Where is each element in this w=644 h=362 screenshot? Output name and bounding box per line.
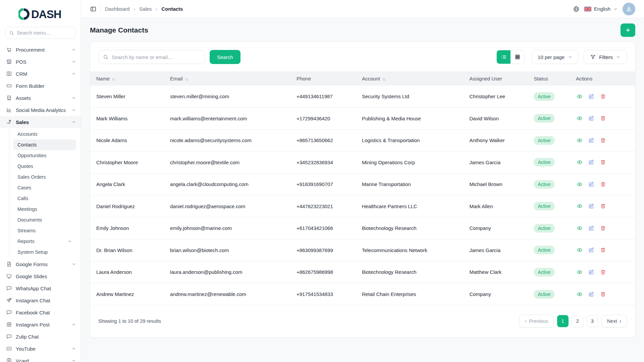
sidebar-item-sales[interactable]: Sales: [0, 116, 81, 128]
sidebar-item-vcard[interactable]: Vcard: [0, 355, 81, 362]
sidebar-item-google-forms[interactable]: Google Forms: [0, 258, 81, 270]
sidebar-item-social-media-analytics[interactable]: Social Media Analytics: [0, 104, 81, 116]
view-button[interactable]: [576, 181, 583, 188]
delete-button[interactable]: [599, 291, 607, 298]
column-header-email[interactable]: Email↑↓: [164, 71, 290, 85]
trash-icon: [600, 94, 606, 100]
status-badge: Active: [534, 224, 554, 233]
sidebar-item-meetings[interactable]: Meetings: [13, 204, 76, 215]
page-button-3[interactable]: 3: [587, 315, 598, 327]
sidebar-item-youtube[interactable]: YouTube: [0, 343, 81, 355]
contacts-table: Name↑↓ Email↑↓ Phone Account↑↓ Assigned …: [90, 71, 635, 305]
contact-search[interactable]: [98, 50, 205, 64]
sidebar-item-quotes[interactable]: Quotes: [13, 161, 76, 172]
edit-button[interactable]: [588, 225, 595, 232]
contact-search-input[interactable]: [112, 54, 201, 60]
previous-page-button[interactable]: ‹ Previous: [519, 315, 554, 327]
page-button-1[interactable]: 1: [557, 315, 569, 327]
contacts-card: Search 10 per page Filters: [90, 42, 635, 338]
edit-button[interactable]: [588, 115, 595, 122]
table-row: Nicole Adams nicole.adams@securitysystem…: [90, 129, 635, 152]
brand-logo: DASH: [0, 5, 81, 27]
page-button-2[interactable]: 2: [572, 315, 583, 327]
view-button[interactable]: [576, 225, 583, 232]
column-header-name[interactable]: Name↑↓: [90, 71, 164, 85]
delete-button[interactable]: [599, 93, 607, 100]
sidebar-toggle-icon[interactable]: [90, 6, 97, 12]
breadcrumb-sales[interactable]: Sales: [139, 6, 152, 12]
delete-button[interactable]: [599, 159, 607, 166]
sidebar-item-documents[interactable]: Documents: [13, 215, 76, 225]
edit-button[interactable]: [588, 93, 595, 100]
delete-button[interactable]: [599, 115, 607, 122]
list-view-button[interactable]: [497, 50, 511, 64]
sidebar-item-assets[interactable]: Assets: [0, 92, 81, 104]
contact-assigned-user: Anthony Walker: [463, 129, 528, 152]
sidebar-item-procurement[interactable]: Procurement: [0, 44, 81, 56]
per-page-select[interactable]: 10 per page: [532, 50, 578, 64]
sidebar-item-opportunities[interactable]: Opportunities: [13, 150, 76, 161]
sidebar-item-sales-orders[interactable]: Sales Orders: [13, 172, 76, 182]
edit-button[interactable]: [588, 137, 595, 144]
breadcrumb-dashboard[interactable]: Dashboard: [105, 6, 129, 12]
view-button[interactable]: [576, 159, 583, 166]
sidebar-item-pos[interactable]: POS: [0, 56, 81, 68]
sidebar-item-crm[interactable]: CRM: [0, 68, 81, 80]
edit-button[interactable]: [588, 202, 595, 210]
view-button[interactable]: [576, 115, 583, 122]
chevron-down-icon: [616, 55, 621, 59]
row-actions: [576, 268, 632, 276]
sidebar-item-instagram-post[interactable]: Instagram Post: [0, 318, 81, 330]
grid-view-button[interactable]: [511, 50, 524, 64]
edit-button[interactable]: [588, 268, 595, 276]
sidebar-item-calls[interactable]: Calls: [13, 193, 76, 204]
edit-button[interactable]: [588, 246, 595, 254]
view-button[interactable]: [576, 291, 583, 298]
delete-button[interactable]: [599, 246, 607, 254]
view-button[interactable]: [576, 268, 583, 276]
sidebar-search[interactable]: [5, 27, 75, 39]
sort-icon[interactable]: ↑↓: [185, 77, 188, 81]
user-avatar[interactable]: [623, 3, 635, 15]
language-selector[interactable]: English: [584, 6, 618, 12]
sort-icon[interactable]: ↑↓: [112, 77, 115, 81]
sidebar-item-google-slides[interactable]: Google Slides: [0, 270, 81, 282]
edit-button[interactable]: [588, 181, 595, 188]
sidebar-item-cases[interactable]: Cases: [13, 182, 76, 193]
sidebar-search-input[interactable]: [17, 30, 72, 36]
delete-button[interactable]: [599, 268, 607, 276]
sidebar-nav: Procurement POS CRM Form Builder Assets: [0, 44, 81, 362]
delete-button[interactable]: [599, 202, 607, 210]
view-button[interactable]: [576, 202, 583, 210]
sidebar-item-streams[interactable]: Streams: [13, 225, 76, 236]
sidebar-item-accounts[interactable]: Accounts: [13, 129, 76, 139]
sidebar-item-contacts[interactable]: Contacts: [13, 139, 76, 150]
sidebar-item-zulip-chat[interactable]: Zulip Chat: [0, 330, 81, 343]
column-header-account[interactable]: Account↑↓: [356, 71, 464, 85]
view-button[interactable]: [576, 137, 583, 144]
globe-icon[interactable]: [573, 6, 580, 12]
contact-email: christopher.moore@textile.com: [164, 152, 290, 174]
eye-icon: [577, 181, 583, 187]
sidebar-item-reports[interactable]: Reports: [13, 236, 76, 247]
sort-icon[interactable]: ↑↓: [382, 77, 385, 81]
view-button[interactable]: [576, 93, 583, 100]
delete-button[interactable]: [599, 137, 607, 144]
search-button[interactable]: Search: [210, 50, 240, 64]
sidebar-item-instagram-chat[interactable]: Instagram Chat: [0, 294, 81, 306]
row-actions: [576, 115, 632, 122]
sidebar-item-facebook-chat[interactable]: Facebook Chat: [0, 306, 81, 318]
contact-email: nicole.adams@securitysystems.com: [164, 129, 290, 152]
next-page-button[interactable]: Next ›: [601, 315, 627, 327]
filters-button[interactable]: Filters: [584, 50, 627, 64]
delete-button[interactable]: [599, 225, 607, 232]
sidebar-item-form-builder[interactable]: Form Builder: [0, 80, 81, 92]
add-contact-button[interactable]: +: [621, 23, 635, 37]
sidebar-item-system-setup[interactable]: System Setup: [13, 247, 76, 257]
contact-phone: +449134611987: [290, 85, 356, 108]
edit-button[interactable]: [588, 291, 595, 298]
edit-button[interactable]: [588, 159, 595, 166]
sidebar-item-whatsapp-chat[interactable]: WhatsApp Chat: [0, 282, 81, 294]
delete-button[interactable]: [599, 181, 607, 188]
view-button[interactable]: [576, 246, 583, 254]
